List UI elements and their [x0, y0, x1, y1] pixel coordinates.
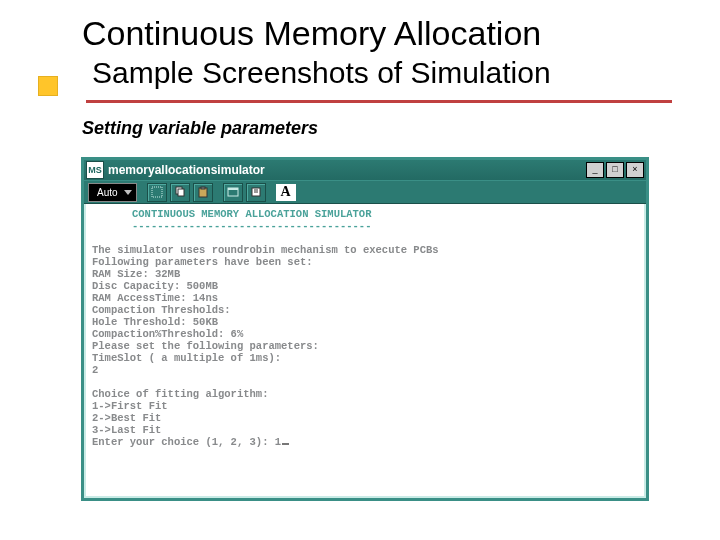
dropdown-value: Auto — [97, 187, 118, 198]
copy-button[interactable] — [170, 183, 190, 202]
console-header: CONTINUOUS MEMORY ALLOCATION SIMULATOR — [92, 208, 371, 220]
slide: Continuous Memory Allocation Sample Scre… — [0, 0, 720, 540]
accent-square — [38, 76, 58, 96]
window-title: memoryallocationsimulator — [108, 163, 586, 177]
chevron-down-icon — [124, 190, 132, 195]
font-preview[interactable]: A — [276, 184, 296, 201]
console-header-dashes: -------------------------------------- — [92, 220, 371, 232]
mark-button[interactable] — [147, 183, 167, 202]
text-cursor — [282, 443, 289, 445]
minimize-button[interactable]: _ — [586, 162, 604, 178]
maximize-button[interactable]: □ — [606, 162, 624, 178]
fullscreen-button[interactable] — [223, 183, 243, 202]
slide-title-1: Continuous Memory Allocation — [82, 14, 541, 53]
slide-caption: Setting variable parameters — [82, 118, 318, 139]
svg-rect-0 — [152, 187, 162, 197]
title-underline — [86, 100, 672, 103]
titlebar[interactable]: MS memoryallocationsimulator _ □ × — [84, 160, 646, 180]
svg-rect-6 — [228, 188, 238, 190]
simulator-window: MS memoryallocationsimulator _ □ × Auto — [82, 158, 648, 500]
toolbar: Auto A — [84, 180, 646, 204]
svg-rect-4 — [201, 187, 205, 189]
font-size-dropdown[interactable]: Auto — [88, 183, 137, 202]
svg-rect-2 — [178, 189, 184, 196]
window-buttons: _ □ × — [586, 162, 644, 178]
console-body: The simulator uses roundrobin mechanism … — [92, 244, 439, 448]
properties-button[interactable] — [246, 183, 266, 202]
console-output[interactable]: CONTINUOUS MEMORY ALLOCATION SIMULATOR -… — [86, 204, 644, 496]
slide-title-2: Sample Screenshots of Simulation — [92, 56, 551, 90]
system-menu-icon[interactable]: MS — [86, 161, 104, 179]
paste-button[interactable] — [193, 183, 213, 202]
close-button[interactable]: × — [626, 162, 644, 178]
